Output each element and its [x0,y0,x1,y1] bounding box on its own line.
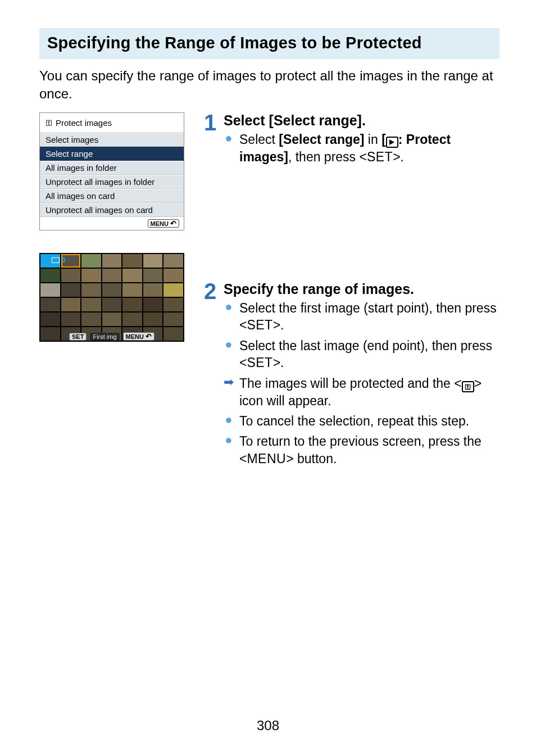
step-subitem-text: The images will be protected and the <⚿>… [239,375,499,410]
step-subitem: ●Select the first image (start point), t… [224,300,499,334]
thumbnail [143,298,163,311]
step: 2Specify the range of images.●Select the… [202,281,499,470]
step-subitem-text: Select the last image (end point), then … [239,337,499,372]
thumbnail [40,269,60,282]
step-subitem: ●To cancel the selection, repeat this st… [224,413,499,429]
thumbnail [102,298,122,311]
step-subitem-text: Select [Select range] in [: Protect imag… [239,131,499,165]
step-subitem: ●To return to the previous screen, press… [224,433,499,467]
bullet-icon: ● [224,131,234,165]
camera-menu-item: Unprotect all images in folder [40,175,184,189]
camera-menu-item: Select images [40,133,184,147]
step: 1Select [Select range].●Select [Select r… [202,112,499,169]
thumbnail [143,269,163,282]
thumbnail [163,313,183,326]
thumbnail [81,254,101,268]
thumbnail [102,283,122,297]
menu-pill-label: MENU [151,220,169,227]
thumbnail [81,283,101,297]
thumbnail [163,298,183,311]
thumbnail [102,313,122,326]
section-heading: Specifying the Range of Images to be Pro… [47,34,493,52]
thumbnail [61,283,81,297]
camera-menu-title: Protect images [56,118,112,128]
grid-status-count: 0 [62,256,66,264]
step-sublist: ●Select the first image (start point), t… [224,300,499,467]
thumbnail [163,254,183,268]
thumbnail [122,269,142,282]
thumbnail [102,269,122,282]
step-number: 1 [202,112,218,169]
thumbnail [61,298,81,311]
step-subitem-text: To return to the previous screen, press … [239,433,499,467]
page-number: 308 [0,718,536,734]
grid-footer-caption: First img [90,333,119,341]
thumbnail [143,283,163,297]
bullet-icon: ● [224,433,234,467]
thumbnail [81,298,101,311]
thumbnail [163,269,183,282]
bullet-icon: ● [224,337,234,372]
step-title: Select [Select range]. [224,112,499,129]
thumbnail [40,313,60,326]
menu-pill-label: MENU [126,333,144,340]
camera-menu-item: Select range [40,147,184,161]
thumbnail [122,298,142,311]
undo-icon: ↶ [170,220,176,227]
undo-icon: ↶ [146,333,152,340]
menu-pill: MENU ↶ [123,332,155,341]
menu-pill: MENU ↶ [148,219,179,228]
thumbnail [122,283,142,297]
step-subitem-text: To cancel the selection, repeat this ste… [239,413,469,429]
thumbnail [40,283,60,297]
step-sublist: ●Select [Select range] in [: Protect ima… [224,131,499,165]
bullet-icon: ● [224,300,234,334]
step-subitem: ➡The images will be protected and the <⚿… [224,375,499,410]
step-title: Specify the range of images. [224,281,499,297]
camera-menu-item: All images on card [40,189,184,203]
thumbnail [102,254,122,268]
protect-key-icon: ⚿ [43,256,49,264]
thumbnail [40,298,60,311]
step-number: 2 [202,281,218,470]
thumbnail [143,313,163,326]
thumbnail [61,269,81,282]
count-box-icon [52,257,60,263]
camera-grid-screenshot: ⚿ 0 SET First img MENU ↶ [39,253,184,342]
protect-key-icon: ⚿ [46,119,52,127]
step-subitem: ●Select the last image (end point), then… [224,337,499,372]
grid-footer: SET First img MENU ↶ [39,332,184,341]
thumbnail [81,269,101,282]
thumbnail [163,283,183,297]
step-body: Select [Select range].●Select [Select ra… [224,112,499,169]
intro-paragraph: You can specify the range of images to p… [39,67,499,102]
grid-status: ⚿ 0 [43,256,66,264]
bullet-icon: ● [224,413,234,429]
set-pill: SET [69,333,87,341]
camera-menu-footer: MENU ↶ [40,217,184,230]
arrow-bullet-icon: ➡ [224,375,234,410]
camera-menu-screenshot: ⚿ Protect images Select imagesSelect ran… [39,112,184,230]
camera-menu-title-row: ⚿ Protect images [40,113,184,133]
camera-menu-item: Unprotect all images on card [40,203,184,217]
step-subitem-text: Select the first image (start point), th… [239,300,499,334]
thumbnail [61,313,81,326]
thumbnail [122,313,142,326]
step-body: Specify the range of images.●Select the … [224,281,499,470]
thumbnail [143,254,163,268]
section-heading-band: Specifying the Range of Images to be Pro… [39,28,499,59]
thumbnail [122,254,142,268]
thumbnail [81,313,101,326]
thumbnail-grid [40,254,183,341]
step-subitem: ●Select [Select range] in [: Protect ima… [224,131,499,165]
camera-menu-item: All images in folder [40,161,184,175]
